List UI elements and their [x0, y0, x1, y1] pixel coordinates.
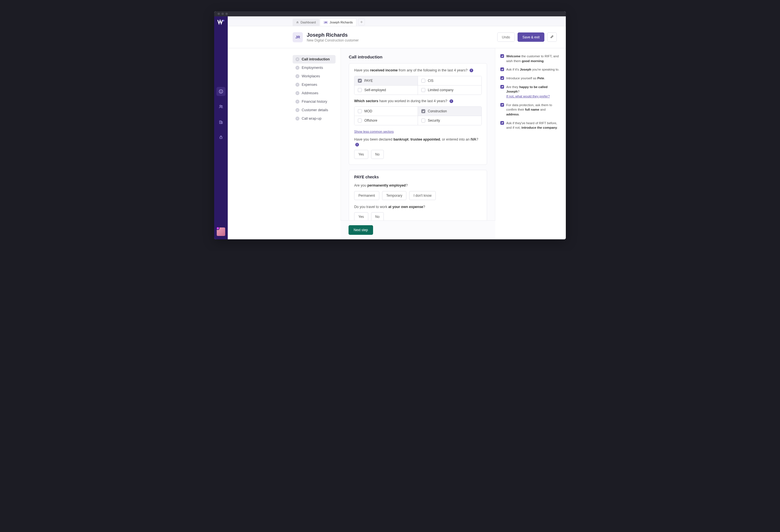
svg-point-4 — [220, 105, 221, 107]
option-paye[interactable]: PAYE — [354, 76, 418, 86]
permanent-question: Are you permanently employed? — [354, 183, 482, 188]
step-call-introduction[interactable]: ×Call introduction — [293, 55, 336, 63]
intro-card: Have you received income from any of the… — [349, 63, 487, 165]
sectors-question: Which sectors have you worked in during … — [354, 99, 482, 104]
circle-x-icon: × — [295, 116, 299, 120]
step-label: Call wrap-up — [302, 116, 322, 120]
circle-x-icon: × — [295, 74, 299, 78]
dontknow-button[interactable]: I don't know — [409, 191, 436, 200]
tab-customer[interactable]: JR Joseph Richards — [320, 18, 356, 26]
step-label: Customer details — [302, 108, 328, 112]
svg-rect-8 — [220, 137, 222, 139]
traffic-light-close[interactable] — [217, 13, 220, 15]
bankrupt-yes-button[interactable]: Yes — [354, 150, 368, 159]
svg-point-2 — [220, 91, 221, 91]
customer-name: Joseph Richards — [307, 32, 359, 38]
script-data-protection: For data protection, ask them to confirm… — [500, 103, 559, 117]
option-security[interactable]: Security — [418, 116, 481, 125]
step-label: Expenses — [302, 83, 317, 87]
circle-x-icon: × — [295, 100, 299, 104]
edit-button[interactable] — [547, 33, 557, 42]
income-question: Have you received income from any of the… — [354, 68, 482, 73]
step-nav: ×Call introduction×Employments×Workplace… — [228, 48, 341, 239]
home-icon — [296, 21, 299, 24]
tab-strip: Dashboard JR Joseph Richards — [228, 16, 566, 26]
temporary-button[interactable]: Temporary — [382, 191, 407, 200]
show-less-sectors-link[interactable]: Show less common sectors — [354, 130, 394, 133]
undo-button[interactable]: Undo — [497, 33, 515, 42]
next-step-button[interactable]: Next step — [348, 225, 373, 235]
tab-dashboard-label: Dashboard — [300, 20, 316, 24]
check-icon — [500, 103, 504, 107]
app-logo — [217, 19, 225, 25]
save-exit-button[interactable]: Save & exit — [518, 33, 544, 42]
circle-x-icon: × — [295, 108, 299, 112]
nav-smile-icon[interactable] — [216, 87, 226, 96]
circle-x-icon: × — [295, 83, 299, 87]
user-avatar[interactable] — [217, 228, 225, 236]
step-call-wrap-up[interactable]: ×Call wrap-up — [293, 114, 336, 123]
option-self-employed[interactable]: Self-employed — [354, 86, 418, 95]
tab-customer-badge: JR — [324, 21, 328, 24]
traffic-light-minimize[interactable] — [222, 13, 224, 15]
step-addresses[interactable]: ×Addresses — [293, 89, 336, 97]
svg-point-0 — [223, 20, 224, 21]
step-financial-history[interactable]: ×Financial history — [293, 97, 336, 106]
form-footer: Next step — [341, 221, 495, 239]
step-label: Financial history — [302, 100, 327, 104]
option-offshore[interactable]: Offshore — [354, 116, 418, 125]
option-mod[interactable]: MOD — [354, 107, 418, 116]
nav-building-icon[interactable] — [216, 117, 226, 127]
check-icon — [500, 67, 504, 71]
script-heard-of-rift: Ask if they've heard of RIFT before, and… — [500, 121, 559, 130]
svg-point-5 — [221, 105, 223, 107]
option-limited-company[interactable]: Limited company — [418, 86, 481, 95]
svg-rect-6 — [220, 121, 221, 124]
step-expenses[interactable]: ×Expenses — [293, 81, 336, 89]
info-icon[interactable]: i — [449, 99, 453, 103]
script-welcome: Welcome the customer to RIFT, and wish t… — [500, 54, 559, 63]
step-label: Workplaces — [302, 74, 320, 78]
step-label: Call introduction — [302, 57, 330, 61]
paye-card: PAYE checks Are you permanently employed… — [349, 170, 487, 221]
check-icon — [500, 85, 504, 89]
check-icon — [500, 54, 504, 58]
permanent-button[interactable]: Permanent — [354, 191, 379, 200]
svg-point-3 — [222, 91, 222, 91]
travel-expense-question: Do you travel to work at your own expens… — [354, 205, 482, 210]
bankrupt-no-button[interactable]: No — [371, 150, 384, 159]
travel-no-button[interactable]: No — [371, 212, 384, 221]
sector-options: MOD Construction Offshore Security — [354, 106, 482, 125]
pencil-icon — [550, 35, 554, 38]
traffic-light-zoom[interactable] — [226, 13, 228, 15]
tab-add-button[interactable] — [358, 18, 365, 26]
app-window: Dashboard JR Joseph Richards JR Joseph R… — [214, 11, 566, 239]
script-confirm-name: Ask if it's Joseph you're speaking to. — [500, 67, 559, 72]
preferred-name-link[interactable]: If not, what would they prefer? — [506, 95, 550, 98]
option-construction[interactable]: Construction — [418, 107, 481, 116]
step-employments[interactable]: ×Employments — [293, 63, 336, 72]
info-icon[interactable]: i — [355, 143, 359, 146]
page-header: JR Joseph Richards New Digital Construct… — [228, 26, 566, 48]
nav-people-icon[interactable] — [216, 102, 226, 111]
info-icon[interactable]: i — [470, 68, 473, 72]
tab-dashboard[interactable]: Dashboard — [293, 18, 319, 26]
window-title-bar — [214, 11, 566, 16]
circle-x-icon: × — [295, 57, 299, 61]
nav-lock-icon[interactable] — [216, 133, 226, 142]
circle-x-icon: × — [295, 66, 299, 70]
step-label: Employments — [302, 66, 323, 70]
paye-title: PAYE checks — [354, 175, 482, 179]
tab-customer-label: Joseph Richards — [330, 20, 353, 24]
section-title: Call introduction — [349, 54, 487, 59]
script-preferred-name: Are they happy to be called Joseph?If no… — [500, 85, 559, 99]
bankrupt-question: Have you been declared bankrupt, trustee… — [354, 137, 482, 147]
circle-x-icon: × — [295, 91, 299, 95]
option-cis[interactable]: CIS — [418, 76, 481, 86]
step-workplaces[interactable]: ×Workplaces — [293, 72, 336, 81]
customer-subtitle: New Digital Construction customer — [307, 38, 359, 42]
check-icon — [500, 76, 504, 80]
script-introduce: Introduce yourself as Pete. — [500, 76, 559, 81]
step-customer-details[interactable]: ×Customer details — [293, 106, 336, 114]
travel-yes-button[interactable]: Yes — [354, 212, 368, 221]
